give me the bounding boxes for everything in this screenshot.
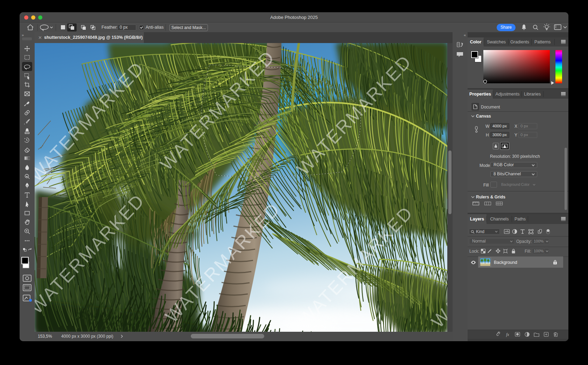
svg-text:fx: fx bbox=[506, 332, 509, 337]
